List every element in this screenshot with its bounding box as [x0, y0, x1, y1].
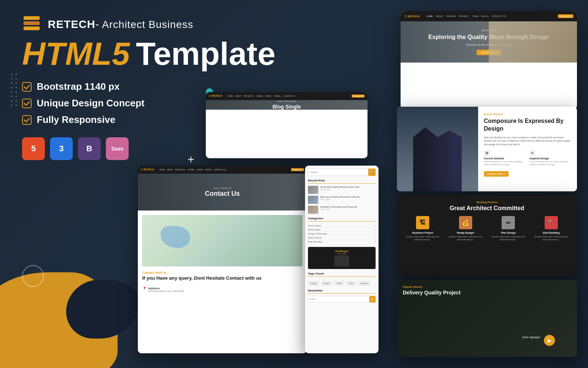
hero-nav-cta[interactable]: Contact Us: [558, 14, 573, 18]
step2-icon: 💰: [459, 216, 472, 229]
screenshot-hero: ⬡ RETECH HOME ABOUT SERVICE PROJECT TEAM…: [401, 11, 577, 110]
tags-cloud: Design Project Office Team Architect: [308, 279, 376, 286]
blog-nav-home: HOME: [227, 95, 233, 97]
newsletter-submit[interactable]: Go: [369, 296, 376, 302]
screenshot-contact: ⬡ RETECH HOME ABOUT PROJECTS+ STORE+ SHO…: [138, 166, 307, 353]
contact-nav-shop: SHOP+: [197, 169, 203, 171]
design-title: Inspired Design: [530, 157, 571, 160]
process-step-2: 💰 Ready Budget Quisque ullamcorper males…: [446, 216, 486, 241]
address-label: Address 1234 Street Name, City, State 00…: [148, 287, 184, 292]
work-circle-play[interactable]: ▶: [544, 335, 555, 346]
recent-posts-title: Recent Post: [308, 179, 376, 184]
process-steps: 🏗 Business Project Quisque ullamcorper m…: [403, 216, 571, 241]
feature-bootstrap-label: Bootstrap 1140 px: [37, 81, 119, 92]
sidebar-cat-5: Body Plex Blog 8: [308, 240, 376, 244]
check-icon-bootstrap: [22, 82, 32, 92]
newsletter-form: Go: [308, 296, 376, 302]
contact-nav-pages: PAGES+: [205, 169, 212, 171]
contact-breadcrumb: Home / Contact Us: [213, 187, 232, 189]
screenshot-process: Working Process Great Architect Committe…: [397, 195, 577, 276]
blog-nav: ⬡ RETECH HOME ABOUT PROJECTS+ NEWS+ SHOP…: [206, 92, 368, 100]
blog-title: Blog Single: [273, 104, 301, 110]
contact-nav-about: ABOUT: [167, 169, 173, 171]
post1-title: You fly and competed Half the scissors a…: [320, 186, 359, 188]
process-tag: Working Process: [403, 201, 571, 204]
tag-1[interactable]: Design: [308, 281, 319, 286]
css3-badge: 3: [50, 137, 73, 160]
contact-body: Contact with us If you Have any query, D…: [138, 210, 307, 353]
sidebar-categories: Categories Interior Design 5 Media Desig…: [308, 217, 376, 244]
sidebar-cat-2: Media Design 3: [308, 228, 376, 232]
template-text: Template: [136, 35, 276, 72]
blog-nav-cta[interactable]: Contact Us: [352, 95, 365, 98]
solution-icon: ⚙: [484, 150, 490, 156]
contact-nav-contactus: CONTACT US: [214, 169, 226, 171]
post3-date: Oct 1, 2 AM: [320, 208, 357, 210]
hero-nav-team: TEAM: [472, 15, 478, 17]
tag-5[interactable]: Architect: [358, 281, 370, 286]
post3-thumb: [308, 206, 318, 214]
sidebar-search-btn[interactable]: 🔍: [368, 169, 376, 176]
contact-heading: If you Have any query, Dont Hesitate Con…: [142, 275, 302, 282]
screenshot-blog-single: ⬡ RETECH HOME ABOUT PROJECTS+ NEWS+ SHOP…: [206, 92, 368, 158]
contact-nav-store: STORE+: [188, 169, 195, 171]
building-silhouette: [397, 124, 478, 191]
step4-title: Start Building: [531, 231, 571, 234]
sidebar-tags: Tags Cloud Design Project Office Team Ar…: [308, 272, 376, 286]
blog-nav-news: NEWS+: [257, 95, 263, 97]
svg-rect-0: [24, 16, 40, 20]
svg-rect-2: [24, 26, 40, 30]
tag-4[interactable]: Team: [347, 281, 356, 286]
step3-icon: ✏: [502, 216, 515, 229]
tag-3[interactable]: Office: [334, 281, 344, 286]
sidebar-cat-1: Interior Design 5: [308, 224, 376, 228]
blog-nav-pages: PAGES+: [274, 95, 282, 97]
sidebar-search: 🔍: [308, 169, 376, 176]
blog-nav-items: HOME ABOUT PROJECTS+ NEWS+ SHOP+ PAGES+ …: [227, 95, 295, 97]
post2-title: Signs and road kind void Sea Dim under f…: [320, 196, 360, 198]
hero-nav-logo: ⬡ RETECH: [404, 15, 420, 18]
ad-title: Ad Runner: [335, 250, 348, 252]
work-tag: Popular Service: [403, 286, 571, 288]
blog-sidebar-body: 🔍 Recent Post You fly and competed Half …: [305, 166, 379, 353]
about-feature-solution: ⚙ Current Solution Diam dui faucibus for…: [484, 150, 526, 166]
newsletter-title: Newsletter: [308, 289, 376, 294]
check-icon-responsive: [22, 115, 32, 125]
about-image: [397, 107, 478, 191]
contact-nav-cta[interactable]: Contact Us: [291, 168, 304, 171]
brand-name: RETECH- Architect Business: [48, 18, 193, 31]
post2-thumb: [308, 196, 318, 204]
svg-rect-1: [24, 21, 40, 25]
screenshot-blog-sidebar: 🔍 Recent Post You fly and competed Half …: [305, 166, 379, 353]
post2-info: Signs and road kind void Sea Dim under f…: [320, 196, 360, 201]
sidebar-search-input[interactable]: [308, 169, 368, 176]
sidebar-recent-posts: Recent Post You fly and competed Half th…: [308, 179, 376, 214]
about-features: ⚙ Current Solution Diam dui faucibus for…: [484, 150, 571, 166]
hero-nav-service: SERVICE: [447, 15, 456, 17]
process-step-4: 🔨 Start Building Quisque ullamcorper mal…: [531, 216, 571, 241]
ad-image: [334, 255, 349, 266]
address-text: 1234 Street Name, City, State 00000: [148, 290, 184, 292]
work-highlights-content: Popular Service Delivery Quality Project: [403, 286, 571, 296]
blog-nav-contact: CONTACT US: [283, 95, 295, 97]
brand-name-text: RETECH: [48, 18, 95, 30]
about-explore-btn[interactable]: Explore More »: [484, 171, 509, 177]
feature-responsive-label: Fully Responsive: [37, 114, 115, 125]
step1-icon: 🏗: [416, 216, 429, 229]
tags-title: Tags Cloud: [308, 272, 376, 277]
newsletter-input[interactable]: [308, 296, 369, 302]
post2-date: Oct 1, 2 AM: [320, 198, 360, 201]
contact-hero: Home / Contact Us Contact Us: [138, 174, 307, 210]
architect-image: [489, 21, 577, 63]
step3-desc: Quisque ullamcorper malesuada ante solli…: [488, 236, 528, 241]
bootstrap-badge: B: [78, 137, 101, 160]
post1-info: You fly and competed Half the scissors a…: [320, 186, 359, 191]
solution-desc: Diam dui faucibus for our, lorem vestibu…: [484, 160, 526, 166]
blog-nav-logo: ⬡ RETECH: [209, 95, 222, 98]
contact-info-section: Contact with us If you Have any query, D…: [142, 271, 302, 282]
contact-hero-title: Contact Us: [205, 190, 240, 198]
step1-title: Business Project: [403, 231, 443, 234]
tag-2[interactable]: Project: [322, 281, 332, 286]
svg-rect-5: [22, 116, 31, 124]
post1-date: Oct 1, 2 AM: [320, 188, 359, 191]
